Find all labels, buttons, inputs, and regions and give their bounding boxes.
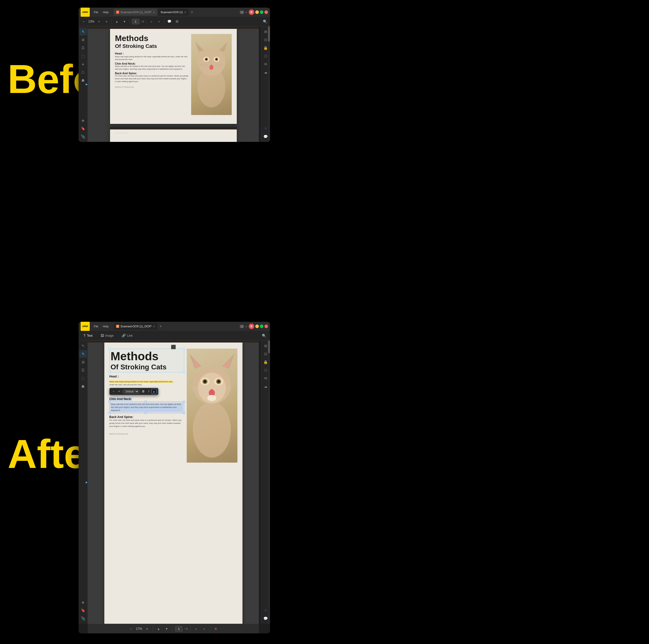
sidebar-layers-icon[interactable]: ◈ [79,117,87,124]
font-size-decrease[interactable]: − [111,389,116,394]
dark-frame-top-after [88,340,259,342]
font-family-select[interactable]: Default [123,389,139,394]
close-button[interactable] [264,10,268,14]
menu-help-after[interactable]: Help [101,324,111,329]
zoom-value: 13% [88,20,94,23]
chin-handle-br[interactable] [183,412,185,414]
head-body-rest: under the chin, and around the neck. [109,383,184,386]
page-input[interactable] [132,19,139,24]
sidebar-list-icon[interactable]: ☰ [79,44,87,52]
tab-ocr-starred-after[interactable]: ✗ Scanned-OCR (1)_OCR* ✕ [114,323,158,330]
pdf-footer-after: Methods Of Stroking Cats [109,433,184,435]
close-button-after[interactable] [264,325,268,328]
handle-br[interactable] [183,371,185,373]
zoom-out-button[interactable]: − [81,18,87,25]
text-color-button[interactable]: ▲ [152,389,157,394]
user-avatar-after[interactable]: B [249,324,254,329]
bt-scroll-down[interactable]: ▼ [164,626,170,632]
head-body-highlighted: Many cats enjoy being stroked on the hea… [109,380,173,383]
jump-end-button[interactable]: » [156,18,162,25]
pdf-edit-text-col: Methods Of Stroking Cats Head： Many cats… [109,349,184,463]
edit-link-tool[interactable]: 🔗 Link [120,333,135,338]
bold-button[interactable]: B [141,389,146,394]
chin-handle-tr[interactable] [183,401,185,403]
search-button-after[interactable]: 🔍 [261,333,267,339]
sidebar-edit-icon-after[interactable]: ✎ [79,350,87,358]
tab-new-button[interactable]: + [189,9,195,15]
pdf-page-after-main: ⬛ Methods Of Stroking Cats [104,342,242,624]
grid-button[interactable]: ⊞ [174,18,180,25]
zoom-in-button[interactable]: + [103,18,110,25]
bt-zoom-out[interactable]: − [128,626,134,632]
bt-jump-start[interactable]: « [193,626,199,632]
chin-handle-bc[interactable] [145,412,147,414]
sidebar-layers-icon-after[interactable]: ◈ [79,598,87,606]
menu-help[interactable]: Help [101,10,111,14]
handle-tr[interactable] [183,348,185,350]
window-after: UPDF File Help ✗ Scanned-OCR (1)_OCR* ✕ … [79,322,270,633]
edit-text-tool[interactable]: T Text [82,333,94,338]
title-text-box[interactable]: Methods Of Stroking Cats [109,349,184,372]
handle-tl[interactable] [109,348,111,350]
maximize-button[interactable] [260,10,263,14]
separator-4 [164,19,164,24]
maximize-button-after[interactable] [260,325,263,328]
scrollbar-thumb-before[interactable] [268,26,270,42]
svg-point-16 [193,402,231,458]
scrollbar-thumb-after[interactable] [268,340,270,353]
sidebar-arrow: ▶ [86,83,88,86]
bt-scroll-up[interactable]: ▲ [156,626,162,632]
italic-button[interactable]: I [147,389,150,394]
jump-start-button[interactable]: « [148,18,155,25]
comment-button[interactable]: 💬 [166,18,172,25]
menu-file[interactable]: File [92,10,100,14]
bt-zoom-in[interactable]: + [144,626,150,632]
scroll-up-button[interactable]: ▲ [114,18,120,25]
minimize-button-after[interactable] [255,325,259,328]
sidebar-attachment-icon[interactable]: 📎 [79,133,87,140]
bt-page-input[interactable] [175,626,182,632]
scroll-down-button[interactable]: ▼ [121,18,128,25]
font-size-increase[interactable]: + [117,389,121,394]
svg-point-1 [198,48,225,76]
image-icon: 🖼 [101,334,104,337]
tab-close-after[interactable]: ✕ [153,325,155,328]
tab-new-button-after[interactable]: + [158,324,164,329]
sidebar-list-icon-after[interactable]: ☰ [79,366,87,374]
sidebar-bookmark-icon-after[interactable]: 🔖 [79,606,87,614]
bt-jump-end[interactable]: » [201,626,207,632]
user-avatar[interactable]: B [249,9,254,15]
handle-bl[interactable] [109,371,111,373]
bt-sep-4 [210,626,210,631]
chin-body-selection-box[interactable]: Many cats like to be stroked in the chin… [109,402,184,413]
search-button[interactable]: 🔍 [262,18,268,25]
zoom-dropdown-button[interactable]: ∨ [96,18,102,25]
cat-image-before [191,34,232,115]
tab-close[interactable]: ✕ [153,11,155,14]
sidebar-pages-icon-after[interactable]: ⊞ [79,358,87,366]
menu-file-after[interactable]: File [92,324,100,329]
svg-point-6 [206,58,207,60]
sidebar-pages-icon[interactable]: ⊞ [79,36,87,44]
pdf-title-line2: Of Stroking Cats [115,43,188,49]
sidebar-view-icon-after[interactable]: ✎ [79,342,87,350]
chin-handle-tc[interactable] [145,401,147,403]
sidebar-edit-icon[interactable]: ✎ [79,28,87,36]
chin-handle-bl[interactable] [109,412,110,414]
sidebar-attachment-icon-after[interactable]: 📎 [79,614,87,622]
sidebar-annotate-icon[interactable]: ⬚ [79,52,87,60]
minimize-button[interactable] [255,10,259,14]
sidebar-sign-icon-after[interactable]: ☗ [79,382,87,390]
sidebar-shape-icon[interactable]: ♦ [79,60,87,68]
chin-handle-tl[interactable] [109,401,110,403]
edit-image-tool[interactable]: 🖼 Image [99,333,116,338]
sidebar-stamp-icon[interactable]: ☖ [79,68,87,76]
sidebar-annotate-icon-after[interactable]: ⬚ [79,374,87,382]
svg-point-28 [218,380,220,383]
tab-ocr-starred[interactable]: ✗ Scanned-OCR (1)_OCR* ✕ [114,9,158,16]
tab-scanned[interactable]: Scanned-OCR (1) ✕ [158,9,188,16]
sidebar-bookmark-icon[interactable]: 🔖 [79,125,87,132]
bt-close[interactable]: ✕ [213,626,219,632]
tab-close-active[interactable]: ✕ [184,11,186,14]
left-sidebar-after: ✎ ✎ ⊞ ☰ ⬚ ☗ ◈ 🔖 📎 ▶ [79,340,88,624]
